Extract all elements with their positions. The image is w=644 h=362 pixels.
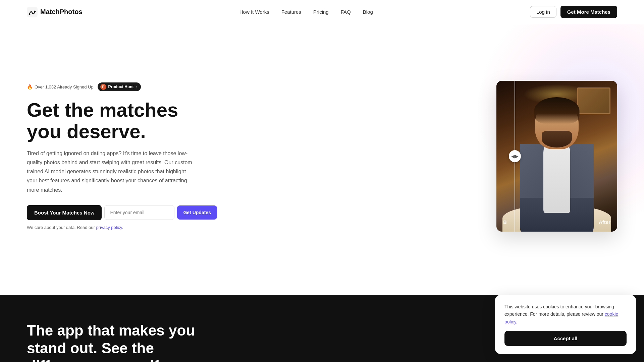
privacy-note: We care about your data. Read our privac…	[27, 225, 215, 230]
hero-form: Boost Your Matches Now Get Updates	[27, 205, 215, 220]
hero-subtitle: Tired of getting ignored on dating apps?…	[27, 149, 195, 194]
cookie-text: This website uses cookies to enhance you…	[504, 303, 627, 325]
hero-title: Get the matches you deserve.	[27, 99, 215, 142]
brand-name: MatchPhotos	[40, 8, 83, 16]
nav-pricing[interactable]: Pricing	[313, 9, 329, 15]
logo[interactable]: MatchPhotos	[27, 7, 83, 17]
get-more-matches-button[interactable]: Get More Matches	[560, 6, 617, 18]
hero-title-line1: Get the matches	[27, 99, 178, 121]
accept-cookies-button[interactable]: Accept all	[504, 331, 627, 346]
nav-how-it-works[interactable]: How It Works	[239, 9, 269, 15]
logo-icon	[27, 7, 38, 17]
navbar: MatchPhotos How It Works Features Pricin…	[0, 0, 644, 24]
privacy-text: We care about your data. Read our	[27, 225, 95, 230]
svg-point-2	[34, 10, 36, 12]
cookie-banner: This website uses cookies to enhance you…	[495, 295, 636, 354]
before-label: B	[503, 219, 507, 225]
ph-count: ↑	[136, 85, 138, 89]
lapel-right	[567, 144, 594, 198]
ph-label: Product Hunt	[108, 84, 134, 89]
hero-section: 🔥 Over 1,032 Already Signed Up P Product…	[0, 24, 644, 295]
slider-icon: ◀▶	[511, 154, 519, 159]
slider-handle: ◀▶	[515, 81, 515, 232]
signed-up-text: Over 1,032 Already Signed Up	[35, 84, 94, 89]
nav-links: How It Works Features Pricing FAQ Blog	[239, 9, 373, 15]
ph-logo: P	[100, 84, 106, 90]
dark-section-title: The app that makes you stand out. See th…	[27, 322, 228, 362]
fire-icon: 🔥	[27, 84, 33, 89]
cookie-message: This website uses cookies to enhance you…	[504, 304, 614, 317]
beard	[542, 131, 572, 147]
boost-matches-button[interactable]: Boost Your Matches Now	[27, 205, 102, 220]
get-updates-button[interactable]: Get Updates	[177, 205, 217, 220]
email-input[interactable]	[104, 205, 174, 220]
shirt	[543, 146, 570, 213]
hair	[534, 97, 580, 124]
nav-blog[interactable]: Blog	[363, 9, 373, 15]
slider-button[interactable]: ◀▶	[509, 150, 521, 162]
hero-title-line2: you deserve.	[27, 120, 146, 142]
privacy-policy-link[interactable]: privacy policy	[96, 225, 122, 230]
product-hunt-badge[interactable]: P Product Hunt ↑	[98, 82, 141, 91]
hero-badges: 🔥 Over 1,032 Already Signed Up P Product…	[27, 82, 215, 91]
hero-right: ◀▶ B After	[483, 81, 617, 232]
nav-features[interactable]: Features	[281, 9, 301, 15]
before-after-image: ◀▶ B After	[496, 81, 617, 232]
signed-up-badge: 🔥 Over 1,032 Already Signed Up	[27, 84, 94, 89]
login-button[interactable]: Log in	[530, 6, 556, 18]
after-label: After	[599, 219, 610, 225]
dark-title-line1: The app that makes you stand out. See th…	[27, 322, 195, 356]
dark-title-line2: difference yourself.	[27, 358, 163, 362]
hero-left: 🔥 Over 1,032 Already Signed Up P Product…	[27, 82, 215, 230]
nav-actions: Log in Get More Matches	[530, 6, 617, 18]
nav-faq[interactable]: FAQ	[341, 9, 351, 15]
lapel-left	[520, 144, 547, 198]
svg-point-1	[29, 13, 31, 15]
person	[502, 99, 611, 232]
